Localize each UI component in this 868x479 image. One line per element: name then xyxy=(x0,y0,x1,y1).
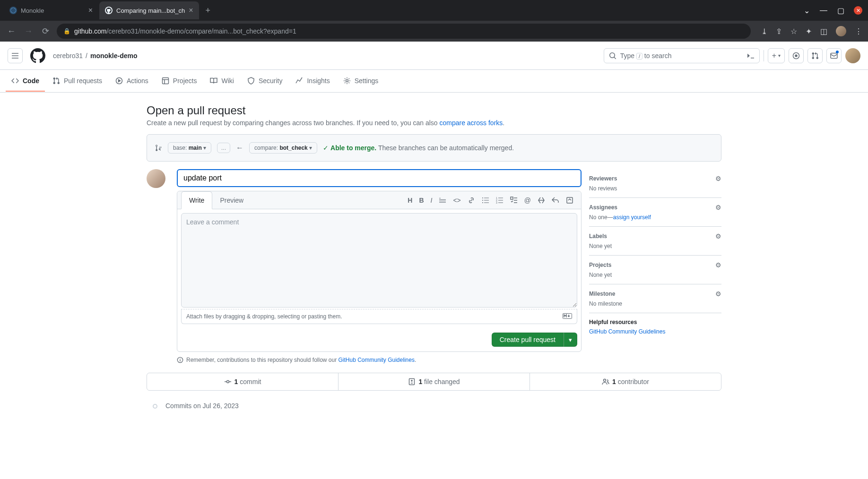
lock-icon: 🔒 xyxy=(63,28,70,34)
tab-wiki[interactable]: Wiki xyxy=(204,71,239,92)
search-icon xyxy=(609,52,616,60)
window-close-button[interactable]: ✕ xyxy=(854,6,862,15)
profile-avatar[interactable] xyxy=(836,26,846,36)
author-avatar[interactable] xyxy=(147,169,165,188)
ul-icon[interactable] xyxy=(482,197,489,204)
comment-textarea[interactable] xyxy=(181,213,577,308)
svg-rect-2 xyxy=(831,53,837,58)
fullscreen-icon[interactable] xyxy=(566,197,573,204)
gear-icon[interactable]: ⚙ xyxy=(715,261,721,269)
browser-action-icons: ⤓ ⇪ ☆ ✦ ◫ ⋮ xyxy=(756,26,862,36)
reference-icon[interactable] xyxy=(538,197,545,204)
base-branch-button[interactable]: base: main ▾ xyxy=(168,142,211,154)
tab-projects[interactable]: Projects xyxy=(156,71,203,92)
tab-actions[interactable]: Actions xyxy=(110,71,154,92)
browser-tab-github[interactable]: Comparing main...bot_ch × xyxy=(99,1,199,19)
stat-commits[interactable]: 1 commit xyxy=(147,373,339,390)
gear-icon xyxy=(343,77,351,85)
guidelines-note: Remember, contributions to this reposito… xyxy=(177,357,582,363)
gear-icon[interactable]: ⚙ xyxy=(715,232,721,240)
avatar-column xyxy=(147,169,169,363)
svg-point-5 xyxy=(346,79,348,82)
gear-icon[interactable]: ⚙ xyxy=(715,175,721,182)
breadcrumb: cerebro31 / monokle-demo xyxy=(53,52,138,60)
search-input[interactable]: Type / to search xyxy=(604,48,760,63)
pr-title-input[interactable] xyxy=(177,169,582,187)
ol-icon[interactable]: 123 xyxy=(496,197,503,204)
mention-icon[interactable]: @ xyxy=(524,197,531,204)
italic-icon[interactable]: I xyxy=(431,197,433,204)
create-pr-button[interactable]: Create pull request xyxy=(492,333,564,347)
tasklist-icon[interactable] xyxy=(510,197,518,204)
url-input[interactable]: 🔒 github.com/cerebro31/monokle-demo/comp… xyxy=(57,24,751,39)
browser-chrome: Monokle × Comparing main...bot_ch × + ⌄ … xyxy=(0,0,868,42)
tab-insights[interactable]: Insights xyxy=(290,71,335,92)
tab-preview[interactable]: Preview xyxy=(212,192,251,209)
commit-icon xyxy=(224,378,232,385)
gear-icon[interactable]: ⚙ xyxy=(715,290,721,298)
assign-yourself-link[interactable]: assign yourself xyxy=(613,214,651,221)
browser-tab-monokle[interactable]: Monokle × xyxy=(4,1,98,19)
tab-pull-requests[interactable]: Pull requests xyxy=(47,71,108,92)
tab-security[interactable]: Security xyxy=(242,71,288,92)
stat-contributors[interactable]: 1 contributor xyxy=(530,373,721,390)
stats-bar: 1 commit 1 file changed 1 contributor xyxy=(147,373,721,391)
tab-close-button[interactable]: × xyxy=(189,6,193,15)
menu-icon[interactable]: ⋮ xyxy=(855,27,862,36)
stat-files[interactable]: 1 file changed xyxy=(339,373,530,390)
github-header: cerebro31 / monokle-demo Type / to searc… xyxy=(0,42,868,70)
bookmark-icon[interactable]: ☆ xyxy=(790,27,797,36)
chevron-down-icon[interactable]: ⌄ xyxy=(803,7,810,14)
tab-code[interactable]: Code xyxy=(6,71,45,92)
link-icon[interactable] xyxy=(468,197,475,204)
markdown-toolbar: H B I <> 123 @ xyxy=(408,197,577,204)
code-icon[interactable]: <> xyxy=(453,197,460,204)
pull-requests-icon[interactable] xyxy=(807,48,823,63)
hamburger-button[interactable] xyxy=(8,48,23,63)
github-logo[interactable] xyxy=(30,48,45,63)
reply-icon[interactable] xyxy=(552,197,559,204)
arrow-left-icon: ← xyxy=(236,144,243,152)
attach-bar[interactable]: Attach files by dragging & dropping, sel… xyxy=(181,309,577,324)
issues-icon[interactable] xyxy=(789,48,804,63)
create-pr-dropdown[interactable]: ▾ xyxy=(564,333,577,347)
svg-point-7 xyxy=(482,200,483,201)
install-icon[interactable]: ⤓ xyxy=(761,27,767,36)
svg-rect-12 xyxy=(511,197,513,199)
quote-icon[interactable] xyxy=(439,197,446,204)
url-text: github.com/cerebro31/monokle-demo/compar… xyxy=(74,27,296,35)
tab-settings[interactable]: Settings xyxy=(338,71,384,92)
window-maximize-button[interactable]: ▢ xyxy=(837,7,844,14)
heading-icon[interactable]: H xyxy=(408,197,412,204)
compare-forks-link[interactable]: compare across forks xyxy=(439,119,503,127)
window-minimize-button[interactable]: — xyxy=(820,7,827,14)
command-palette-icon[interactable] xyxy=(747,52,755,60)
gear-icon[interactable]: ⚙ xyxy=(715,204,721,211)
share-icon[interactable]: ⇪ xyxy=(776,27,782,36)
tab-close-button[interactable]: × xyxy=(88,6,93,15)
compare-branch-button[interactable]: compare: bot_check ▾ xyxy=(249,142,317,154)
sidepanel-icon[interactable]: ◫ xyxy=(820,27,827,36)
extensions-icon[interactable]: ✦ xyxy=(806,27,812,36)
create-new-button[interactable]: +▾ xyxy=(768,48,785,63)
svg-point-18 xyxy=(604,379,606,382)
back-button[interactable]: ← xyxy=(6,26,17,36)
user-avatar[interactable] xyxy=(845,48,860,63)
page-subtitle: Create a new pull request by comparing c… xyxy=(147,119,721,127)
pr-main: Write Preview H B I <> 123 @ xyxy=(177,169,582,363)
markdown-icon[interactable] xyxy=(563,313,572,320)
notifications-icon[interactable] xyxy=(826,48,842,63)
resources-link[interactable]: GitHub Community Guidelines xyxy=(589,328,665,335)
new-tab-button[interactable]: + xyxy=(200,6,217,16)
sidebar: Reviewers ⚙ No reviews Assignees ⚙ No on… xyxy=(589,169,721,363)
reload-button[interactable]: ⟳ xyxy=(40,26,51,36)
sidebar-milestone: Milestone ⚙ No milestone xyxy=(589,284,721,313)
breadcrumb-owner[interactable]: cerebro31 xyxy=(53,52,83,60)
svg-point-16 xyxy=(226,381,229,383)
bold-icon[interactable]: B xyxy=(419,197,424,204)
breadcrumb-repo[interactable]: monokle-demo xyxy=(90,52,138,60)
tab-write[interactable]: Write xyxy=(181,191,212,209)
ellipsis-button[interactable]: … xyxy=(217,143,230,153)
guidelines-link[interactable]: GitHub Community Guidelines xyxy=(339,357,415,363)
forward-button[interactable]: → xyxy=(23,26,34,36)
